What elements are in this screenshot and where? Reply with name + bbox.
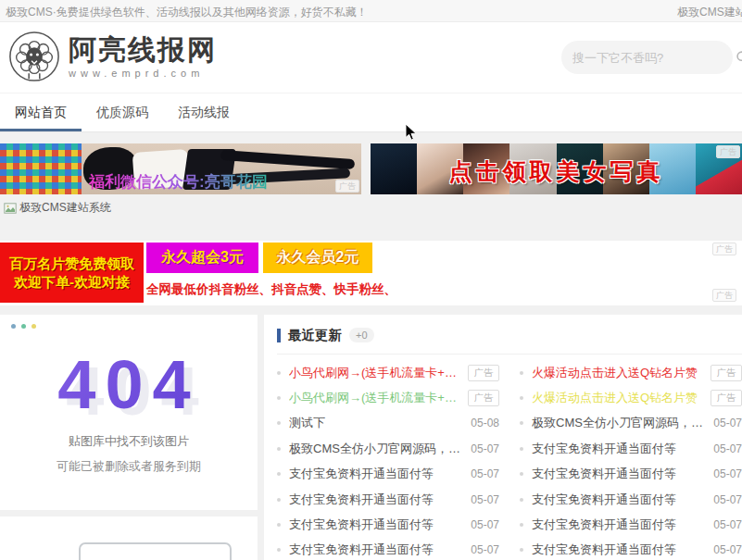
nav-item-1[interactable]: 优质源码 bbox=[82, 93, 163, 131]
article-link[interactable]: 极致CMS全仿小刀官网源码，免费下... bbox=[532, 415, 706, 431]
article-link[interactable]: 火爆活动点击进入送Q钻名片赞 bbox=[532, 390, 703, 406]
banner-overlay-text: 点击领取美女写真 bbox=[371, 156, 742, 187]
article-link[interactable]: 小鸟代刷网→(送手机流量卡+收代理) bbox=[289, 390, 460, 406]
ad-banner-photos[interactable]: 点击领取美女写真 广告 bbox=[371, 143, 742, 194]
article-link[interactable]: 支付宝免资料开通当面付等 bbox=[532, 441, 706, 457]
top-notice-bar: 极致CMS·免费提供绿色软件、活动线报以及其他网络资源，好货不私藏！ 极致CMS… bbox=[0, 0, 742, 22]
bullet-dot bbox=[277, 421, 281, 425]
article-link[interactable]: 支付宝免资料开通当面付等 bbox=[532, 492, 706, 508]
article-link[interactable]: 支付宝免资料开通当面付等 bbox=[289, 466, 463, 482]
error-message-line1: 贴图库中找不到该图片 bbox=[0, 433, 258, 450]
list-item: 小鸟代刷网→(送手机流量卡+收代理)广告 bbox=[277, 360, 499, 385]
bullet-dot bbox=[520, 371, 523, 375]
promo-ad-yellow[interactable]: 永久会员2元 bbox=[263, 243, 372, 273]
date-label: 05-07 bbox=[471, 467, 499, 480]
recent-updates-header: 最近更新 +0 bbox=[277, 324, 742, 346]
broken-image-alt-text: 极致CMS建站系统 bbox=[19, 200, 111, 216]
bullet-dot bbox=[277, 523, 281, 527]
date-label: 05-07 bbox=[471, 518, 499, 531]
recent-updates-card: 最近更新 +0 小鸟代刷网→(送手机流量卡+收代理)广告小鸟代刷网→(送手机流量… bbox=[264, 315, 742, 560]
promo-ad-red[interactable]: 百万名片赞免费领取 欢迎下单-欢迎对接 bbox=[0, 243, 144, 303]
list-item: 支付宝免资料开通当面付等05-07 bbox=[520, 512, 742, 537]
date-label: 05-07 bbox=[713, 543, 742, 556]
search-box[interactable] bbox=[561, 41, 733, 74]
list-item: 火爆活动点击进入送Q钻名片赞广告 bbox=[520, 385, 742, 410]
main-nav: 网站首页优质源码活动线报 bbox=[0, 93, 742, 132]
count-badge: +0 bbox=[349, 328, 374, 342]
error-message-line2: 可能已被删除或者服务到期 bbox=[0, 458, 258, 475]
article-link[interactable]: 火爆活动点击进入送Q钻名片赞 bbox=[532, 365, 703, 381]
bullet-dot bbox=[520, 498, 523, 502]
topbar-right-link[interactable]: 极致CMS建站系统 bbox=[677, 5, 742, 20]
ad-badge: 广告 bbox=[468, 390, 499, 406]
site-name: 阿亮线报网 bbox=[69, 35, 217, 65]
list-item: 支付宝免资料开通当面付等05-07 bbox=[277, 462, 499, 487]
ad-badge: 广告 bbox=[468, 365, 499, 381]
list-item: 测试下05-08 bbox=[277, 411, 499, 436]
article-link[interactable]: 小鸟代刷网→(送手机流量卡+收代理) bbox=[289, 365, 460, 381]
article-link[interactable]: 支付宝免资料开通当面付等 bbox=[289, 516, 463, 533]
ad-badge: 广告 bbox=[712, 243, 736, 255]
list-item: 支付宝免资料开通当面付等05-07 bbox=[277, 538, 499, 560]
broken-image-icon bbox=[4, 202, 17, 215]
bullet-dot bbox=[277, 548, 281, 552]
bullet-dot bbox=[277, 472, 281, 476]
broken-image-placeholder: 极致CMS建站系统 bbox=[4, 200, 742, 216]
sheep-logo-icon bbox=[7, 30, 61, 83]
bullet-dot bbox=[520, 523, 523, 527]
ad-badge: 广告 bbox=[711, 390, 742, 406]
search-icon[interactable] bbox=[736, 50, 742, 65]
bullet-dot bbox=[520, 421, 523, 425]
ad-banner-wechat[interactable]: 福利微信公众号:亮哥花园 广告 bbox=[0, 143, 361, 194]
error-404-card: 404 404 贴图库中找不到该图片 可能已被删除或者服务到期 bbox=[0, 315, 258, 510]
date-label: 05-07 bbox=[713, 417, 742, 429]
list-item: 支付宝免资料开通当面付等05-07 bbox=[520, 436, 742, 461]
list-item: 支付宝免资料开通当面付等05-07 bbox=[277, 487, 499, 512]
ad-badge: 广告 bbox=[335, 180, 359, 193]
search-input[interactable] bbox=[572, 51, 736, 65]
article-link[interactable]: 支付宝免资料开通当面付等 bbox=[532, 516, 706, 533]
error-code-text: 404 bbox=[0, 342, 258, 428]
banner-row: 福利微信公众号:亮哥花园 广告 点击领取美女写真 广告 bbox=[0, 143, 742, 194]
date-label: 05-07 bbox=[713, 467, 742, 480]
list-item: 支付宝免资料开通当面付等05-07 bbox=[520, 462, 742, 487]
bullet-dot bbox=[520, 548, 523, 552]
ad-badge: 广告 bbox=[716, 145, 740, 158]
article-link[interactable]: 极致CMS全仿小刀官网源码，免费下... bbox=[289, 441, 463, 457]
site-url: www.emprd.com bbox=[69, 68, 217, 79]
promo-ad-magenta[interactable]: 永久超会3元 bbox=[146, 243, 258, 273]
article-link[interactable]: 测试下 bbox=[289, 415, 463, 431]
bullet-dot bbox=[277, 498, 281, 502]
ad-badge: 广告 bbox=[711, 365, 742, 381]
list-item: 支付宝免资料开通当面付等05-07 bbox=[520, 538, 742, 560]
bullet-dot bbox=[520, 472, 523, 476]
list-item: 支付宝免资料开通当面付等05-07 bbox=[520, 487, 742, 512]
list-item: 支付宝免资料开通当面付等05-07 bbox=[277, 512, 499, 537]
bullet-dot bbox=[277, 447, 281, 451]
sidebar-widget-card bbox=[0, 516, 258, 560]
nav-item-2[interactable]: 活动线报 bbox=[163, 93, 245, 131]
bullet-dot bbox=[520, 396, 523, 400]
widget-placeholder-box bbox=[79, 542, 232, 560]
article-link[interactable]: 支付宝免资料开通当面付等 bbox=[289, 492, 463, 508]
bullet-dot bbox=[520, 447, 523, 451]
nav-item-0[interactable]: 网站首页 bbox=[0, 93, 82, 131]
date-label: 05-07 bbox=[471, 543, 499, 556]
article-link[interactable]: 支付宝免资料开通当面付等 bbox=[532, 541, 706, 558]
list-item: 极致CMS全仿小刀官网源码，免费下...05-07 bbox=[277, 436, 499, 461]
article-link[interactable]: 支付宝免资料开通当面付等 bbox=[289, 541, 463, 558]
error-code: 404 404 bbox=[0, 342, 258, 428]
date-label: 05-07 bbox=[713, 493, 742, 506]
date-label: 05-07 bbox=[713, 518, 742, 531]
date-label: 05-07 bbox=[713, 442, 742, 455]
article-link[interactable]: 支付宝免资料开通当面付等 bbox=[532, 466, 706, 482]
window-dots-icon bbox=[11, 324, 36, 329]
list-item: 小鸟代刷网→(送手机流量卡+收代理)广告 bbox=[277, 385, 499, 410]
recent-list-left: 小鸟代刷网→(送手机流量卡+收代理)广告小鸟代刷网→(送手机流量卡+收代理)广告… bbox=[277, 360, 499, 560]
divider bbox=[277, 354, 742, 355]
date-label: 05-08 bbox=[471, 417, 499, 429]
promo-ad-strip[interactable]: 全网最低价抖音粉丝、抖音点赞、快手粉丝、 bbox=[146, 276, 372, 303]
site-logo[interactable]: 阿亮线报网 www.emprd.com bbox=[7, 30, 217, 83]
bullet-dot bbox=[277, 371, 281, 375]
date-label: 05-07 bbox=[471, 493, 499, 506]
